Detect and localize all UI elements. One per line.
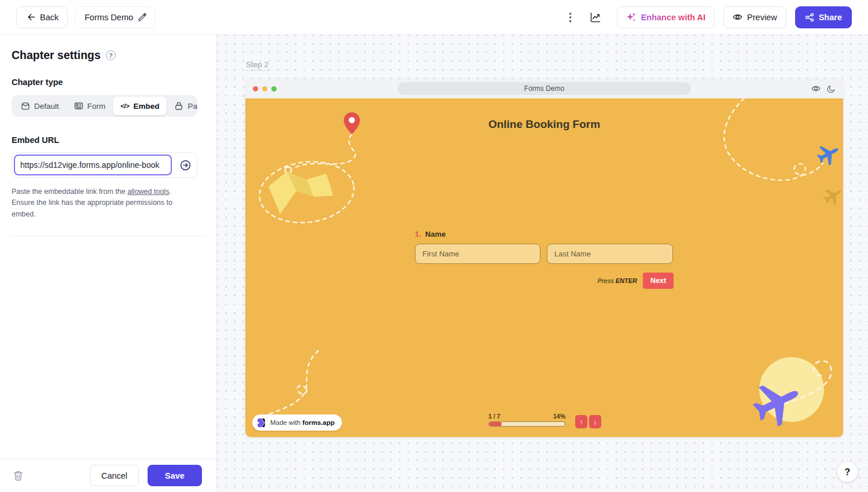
tab-password[interactable]: Pass: [167, 97, 197, 115]
share-button[interactable]: Share: [795, 6, 852, 28]
back-button-label: Back: [40, 13, 58, 22]
close-light-icon: [253, 86, 258, 91]
progress-bar-fill: [489, 422, 502, 426]
tab-default[interactable]: Default: [13, 97, 67, 115]
sidebar-footer: Cancel Save: [0, 458, 216, 492]
cancel-button[interactable]: Cancel: [90, 465, 139, 486]
enhance-with-ai-label: Enhance with AI: [641, 13, 705, 22]
allowed-tools-link[interactable]: allowed tools: [127, 188, 169, 196]
edit-pencil-icon: [138, 13, 146, 21]
form-title-label: Forms Demo: [84, 13, 133, 22]
progress-bar: [488, 421, 565, 427]
prev-question-button[interactable]: ↑: [575, 415, 587, 428]
progress-step-label: 1 / 7: [488, 413, 500, 420]
traffic-lights: [253, 86, 277, 91]
tab-form-label: Form: [87, 102, 106, 111]
progress-indicator: 1 / 7 14%: [488, 413, 565, 427]
inbox-icon: [21, 101, 30, 111]
embed-helper-text: Paste the embeddable link from the allow…: [12, 186, 186, 220]
browser-chrome-bar: Forms Demo: [245, 79, 843, 98]
question-label: 1.Name: [415, 230, 446, 238]
made-with-badge[interactable]: Made with forms.app: [252, 414, 342, 431]
last-name-input[interactable]: [547, 244, 673, 264]
kebab-icon: ⋮: [565, 12, 576, 23]
question-number: 1.: [415, 230, 421, 238]
help-button[interactable]: ?: [837, 462, 858, 482]
up-arrow-icon: ↑: [579, 417, 583, 426]
sidebar-divider: [12, 236, 205, 236]
chart-trend-icon: [589, 11, 602, 24]
lock-icon: [174, 101, 183, 111]
tab-form[interactable]: Form: [67, 97, 113, 115]
made-with-label: Made with forms.app: [270, 419, 334, 426]
eye-icon: [811, 84, 821, 93]
help-tooltip-icon[interactable]: ?: [106, 50, 116, 60]
back-arrow-icon: [25, 12, 35, 22]
press-enter-hint: Press ENTER: [598, 277, 637, 284]
tab-embed-label: Embed: [133, 102, 159, 111]
form-title-button[interactable]: Forms Demo: [75, 6, 156, 28]
sparkles-icon: [626, 12, 637, 23]
dark-mode-toggle[interactable]: [827, 85, 836, 93]
airplane-trail-illustration: [691, 98, 843, 223]
share-label: Share: [819, 13, 842, 22]
embed-url-input[interactable]: [14, 155, 172, 175]
save-button[interactable]: Save: [148, 465, 202, 486]
chapter-settings-panel: Chapter settings ? Chapter type Default …: [0, 35, 217, 492]
embedded-form-preview: Online Booking Form 1.Name Press ENTER N…: [245, 98, 843, 437]
browser-url-bar: Forms Demo: [398, 82, 691, 95]
form-window-icon: [74, 101, 83, 111]
preview-label: Preview: [747, 13, 777, 22]
first-name-input[interactable]: [415, 244, 540, 264]
chapter-type-segmented-control: Default Form </> Embed Pass: [12, 95, 197, 117]
code-icon: </>: [120, 102, 129, 109]
open-url-button[interactable]: [174, 153, 197, 177]
next-button[interactable]: Next: [643, 273, 674, 289]
browser-preview-frame: Forms Demo: [245, 79, 843, 437]
back-button[interactable]: Back: [16, 6, 68, 28]
down-arrow-icon: ↓: [593, 417, 597, 426]
forms-app-logo-icon: [256, 417, 267, 428]
embed-url-label: Embed URL: [12, 135, 205, 145]
eye-icon: [733, 12, 742, 22]
next-question-button[interactable]: ↓: [589, 415, 601, 428]
form-title: Online Booking Form: [245, 118, 843, 131]
progress-percent-label: 14%: [553, 413, 565, 420]
trash-icon: [13, 470, 24, 481]
more-options-button[interactable]: ⋮: [562, 9, 579, 25]
minimize-light-icon: [262, 86, 267, 91]
share-nodes-icon: [805, 13, 814, 22]
preview-eye-button[interactable]: [811, 84, 821, 93]
arrow-circle-right-icon: [179, 159, 192, 171]
preview-button[interactable]: Preview: [723, 6, 786, 28]
panel-title: Chapter settings: [12, 49, 101, 62]
maximize-light-icon: [271, 86, 277, 91]
tab-embed[interactable]: </> Embed: [113, 97, 167, 115]
chapter-type-label: Chapter type: [12, 78, 205, 87]
tab-default-label: Default: [34, 102, 59, 111]
analytics-button[interactable]: [587, 9, 604, 25]
top-bar: Back Forms Demo ⋮ Enhance with AI: [0, 0, 868, 35]
moon-icon: [827, 85, 836, 93]
delete-chapter-button[interactable]: [13, 470, 24, 481]
embed-url-group: [12, 152, 197, 178]
builder-canvas: Step 2 Forms Demo: [217, 35, 868, 492]
sun-airplane-illustration: [748, 343, 843, 437]
tab-password-label: Pass: [187, 102, 197, 111]
enhance-with-ai-button[interactable]: Enhance with AI: [617, 6, 715, 28]
step-label[interactable]: Step 2: [246, 60, 269, 71]
